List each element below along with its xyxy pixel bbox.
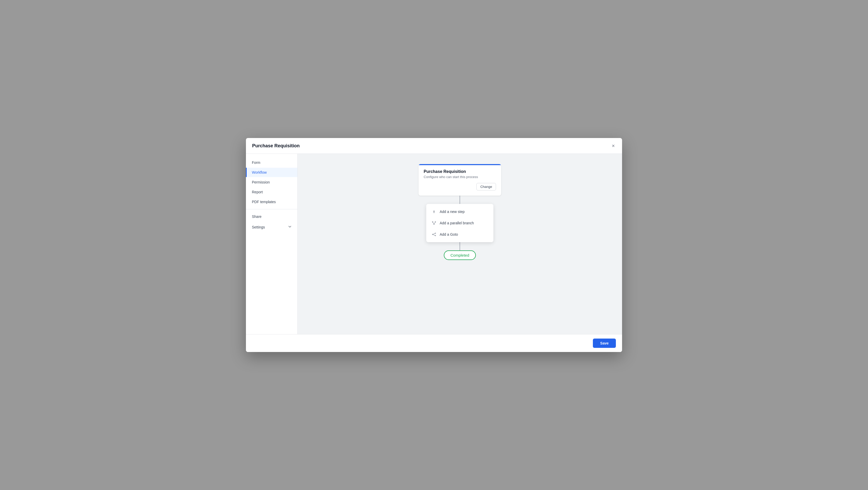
sidebar-item-pdf-templates[interactable]: PDF templates: [246, 197, 297, 207]
sidebar-item-workflow-label: Workflow: [252, 170, 267, 175]
sidebar-item-share[interactable]: Share: [246, 212, 297, 221]
add-new-step-item[interactable]: Add a new step: [426, 206, 493, 217]
connector-line-2: [460, 242, 460, 250]
modal-header: Purchase Requisition ×: [246, 138, 622, 154]
sidebar-item-settings[interactable]: Settings: [246, 222, 297, 232]
sidebar-item-permission-label: Permission: [252, 180, 270, 184]
close-icon: ×: [612, 143, 615, 149]
svg-line-12: [433, 235, 435, 236]
sidebar-item-workflow[interactable]: Workflow: [246, 168, 297, 177]
chevron-down-icon: [287, 224, 292, 230]
workflow-canvas-area: Purchase Requisition Configure who can s…: [298, 154, 622, 334]
save-button[interactable]: Save: [593, 339, 616, 348]
sidebar-item-pdf-label: PDF templates: [252, 200, 276, 204]
step-icon: [431, 209, 437, 214]
modal-body: Form Workflow Permission Report PDF temp…: [246, 154, 622, 334]
svg-point-0: [433, 211, 435, 212]
svg-line-11: [433, 233, 435, 234]
process-card-action: Change: [424, 183, 496, 190]
process-card-body: Purchase Requisition Configure who can s…: [418, 165, 501, 196]
svg-line-7: [434, 222, 435, 224]
modal-title: Purchase Requisition: [252, 143, 300, 149]
svg-line-6: [433, 222, 434, 224]
modal-footer: Save: [246, 334, 622, 352]
add-parallel-branch-label: Add a parallel branch: [440, 221, 474, 225]
connector-line-1: [460, 196, 460, 204]
add-new-step-label: Add a new step: [440, 210, 465, 214]
process-card-subtitle: Configure who can start this process: [424, 175, 496, 179]
process-card: Purchase Requisition Configure who can s…: [418, 164, 501, 196]
sidebar-item-report-label: Report: [252, 190, 263, 194]
sidebar-item-form[interactable]: Form: [246, 158, 297, 167]
close-button[interactable]: ×: [611, 142, 616, 149]
parallel-branch-icon: [431, 220, 437, 225]
add-goto-label: Add a Goto: [440, 232, 458, 237]
modal: Purchase Requisition × Form Workflow Per…: [246, 138, 622, 352]
process-card-title: Purchase Requisition: [424, 169, 496, 174]
sidebar-item-share-label: Share: [252, 215, 261, 219]
sidebar-item-permission[interactable]: Permission: [246, 178, 297, 187]
workflow-canvas: Purchase Requisition Configure who can s…: [418, 164, 501, 260]
sidebar-divider: [246, 209, 297, 209]
sidebar: Form Workflow Permission Report PDF temp…: [246, 154, 298, 334]
add-parallel-branch-item[interactable]: Add a parallel branch: [426, 217, 493, 229]
sidebar-item-form-label: Form: [252, 160, 260, 165]
change-button[interactable]: Change: [476, 183, 496, 190]
add-goto-item[interactable]: Add a Goto: [426, 229, 493, 240]
sidebar-item-report[interactable]: Report: [246, 187, 297, 197]
goto-icon: [431, 232, 437, 237]
sidebar-item-settings-label: Settings: [252, 225, 265, 229]
step-menu: Add a new step Add a par: [426, 204, 493, 242]
completed-badge[interactable]: Completed: [444, 250, 476, 260]
